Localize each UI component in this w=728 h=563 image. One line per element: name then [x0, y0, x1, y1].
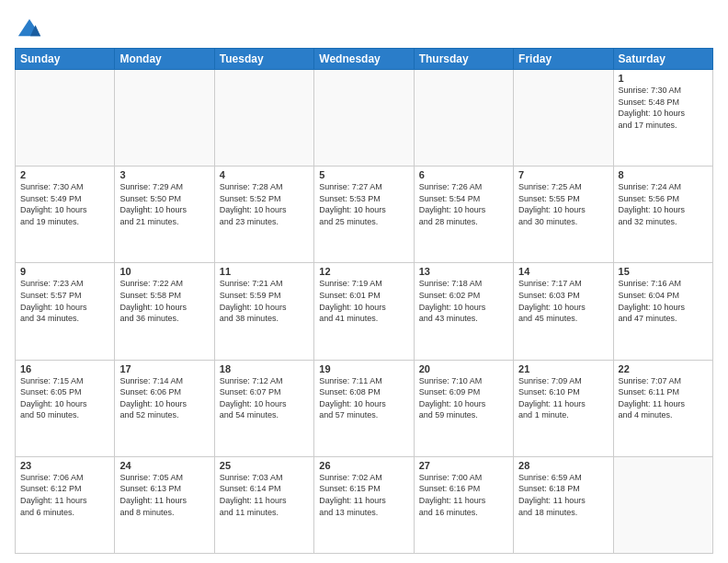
day-header-friday: Friday: [514, 49, 613, 70]
calendar-cell: 2Sunrise: 7:30 AM Sunset: 5:49 PM Daylig…: [16, 167, 115, 263]
day-number: 15: [619, 266, 708, 277]
day-info: Sunrise: 7:21 AM Sunset: 5:59 PM Dayligh…: [220, 278, 309, 324]
day-number: 19: [319, 363, 408, 374]
day-number: 18: [220, 363, 309, 374]
day-info: Sunrise: 7:14 AM Sunset: 6:06 PM Dayligh…: [119, 375, 209, 421]
calendar-cell: 5Sunrise: 7:27 AM Sunset: 5:53 PM Daylig…: [314, 167, 414, 263]
day-info: Sunrise: 7:00 AM Sunset: 6:16 PM Dayligh…: [419, 472, 508, 518]
day-info: Sunrise: 7:30 AM Sunset: 5:49 PM Dayligh…: [20, 181, 109, 227]
day-info: Sunrise: 7:26 AM Sunset: 5:54 PM Dayligh…: [419, 181, 508, 227]
calendar-cell: 17Sunrise: 7:14 AM Sunset: 6:06 PM Dayli…: [115, 360, 214, 456]
calendar-cell: 12Sunrise: 7:19 AM Sunset: 6:01 PM Dayli…: [314, 263, 414, 360]
calendar-cell: 24Sunrise: 7:05 AM Sunset: 6:13 PM Dayli…: [115, 456, 214, 553]
calendar-cell: [414, 70, 513, 167]
calendar-header-row: SundayMondayTuesdayWednesdayThursdayFrid…: [16, 49, 713, 70]
header: [15, 15, 713, 40]
calendar-cell: 22Sunrise: 7:07 AM Sunset: 6:11 PM Dayli…: [613, 360, 712, 456]
day-number: 24: [119, 460, 209, 471]
calendar-cell: 7Sunrise: 7:25 AM Sunset: 5:55 PM Daylig…: [514, 167, 613, 263]
day-info: Sunrise: 7:10 AM Sunset: 6:09 PM Dayligh…: [419, 375, 508, 421]
calendar-week-row: 2Sunrise: 7:30 AM Sunset: 5:49 PM Daylig…: [16, 167, 713, 263]
day-number: 25: [220, 460, 309, 471]
calendar-cell: 16Sunrise: 7:15 AM Sunset: 6:05 PM Dayli…: [16, 360, 115, 456]
calendar-cell: 4Sunrise: 7:28 AM Sunset: 5:52 PM Daylig…: [214, 167, 313, 263]
calendar-cell: 8Sunrise: 7:24 AM Sunset: 5:56 PM Daylig…: [613, 167, 712, 263]
day-number: 27: [419, 460, 508, 471]
calendar-cell: 13Sunrise: 7:18 AM Sunset: 6:02 PM Dayli…: [414, 263, 513, 360]
calendar-cell: [613, 456, 712, 553]
day-header-sunday: Sunday: [16, 49, 115, 70]
day-info: Sunrise: 7:22 AM Sunset: 5:58 PM Dayligh…: [119, 278, 209, 324]
day-number: 23: [20, 460, 109, 471]
calendar-cell: 19Sunrise: 7:11 AM Sunset: 6:08 PM Dayli…: [314, 360, 414, 456]
day-number: 3: [119, 169, 209, 180]
calendar-week-row: 23Sunrise: 7:06 AM Sunset: 6:12 PM Dayli…: [16, 456, 713, 553]
calendar-cell: 11Sunrise: 7:21 AM Sunset: 5:59 PM Dayli…: [214, 263, 313, 360]
day-number: 6: [419, 169, 508, 180]
day-info: Sunrise: 7:19 AM Sunset: 6:01 PM Dayligh…: [319, 278, 408, 324]
calendar-week-row: 16Sunrise: 7:15 AM Sunset: 6:05 PM Dayli…: [16, 360, 713, 456]
day-number: 28: [518, 460, 608, 471]
day-header-saturday: Saturday: [613, 49, 712, 70]
day-number: 9: [20, 266, 109, 277]
day-header-thursday: Thursday: [414, 49, 513, 70]
day-info: Sunrise: 7:05 AM Sunset: 6:13 PM Dayligh…: [119, 472, 209, 518]
day-number: 16: [20, 363, 109, 374]
calendar-cell: [16, 70, 115, 167]
day-info: Sunrise: 7:28 AM Sunset: 5:52 PM Dayligh…: [220, 181, 309, 227]
day-info: Sunrise: 7:11 AM Sunset: 6:08 PM Dayligh…: [319, 375, 408, 421]
calendar-cell: 23Sunrise: 7:06 AM Sunset: 6:12 PM Dayli…: [16, 456, 115, 553]
day-number: 20: [419, 363, 508, 374]
day-info: Sunrise: 7:30 AM Sunset: 5:48 PM Dayligh…: [619, 85, 708, 131]
calendar-cell: [214, 70, 313, 167]
calendar-cell: 9Sunrise: 7:23 AM Sunset: 5:57 PM Daylig…: [16, 263, 115, 360]
day-info: Sunrise: 7:23 AM Sunset: 5:57 PM Dayligh…: [20, 278, 109, 324]
logo-icon: [17, 15, 42, 40]
day-info: Sunrise: 7:12 AM Sunset: 6:07 PM Dayligh…: [220, 375, 309, 421]
calendar-cell: 28Sunrise: 6:59 AM Sunset: 6:18 PM Dayli…: [514, 456, 613, 553]
day-info: Sunrise: 7:18 AM Sunset: 6:02 PM Dayligh…: [419, 278, 508, 324]
day-info: Sunrise: 7:16 AM Sunset: 6:04 PM Dayligh…: [619, 278, 708, 324]
calendar-cell: 15Sunrise: 7:16 AM Sunset: 6:04 PM Dayli…: [613, 263, 712, 360]
calendar-cell: 14Sunrise: 7:17 AM Sunset: 6:03 PM Dayli…: [514, 263, 613, 360]
day-info: Sunrise: 7:07 AM Sunset: 6:11 PM Dayligh…: [619, 375, 708, 421]
day-info: Sunrise: 7:03 AM Sunset: 6:14 PM Dayligh…: [220, 472, 309, 518]
day-number: 22: [619, 363, 708, 374]
day-number: 26: [319, 460, 408, 471]
calendar-cell: 21Sunrise: 7:09 AM Sunset: 6:10 PM Dayli…: [514, 360, 613, 456]
day-info: Sunrise: 7:27 AM Sunset: 5:53 PM Dayligh…: [319, 181, 408, 227]
calendar-cell: 3Sunrise: 7:29 AM Sunset: 5:50 PM Daylig…: [115, 167, 214, 263]
calendar-week-row: 9Sunrise: 7:23 AM Sunset: 5:57 PM Daylig…: [16, 263, 713, 360]
day-header-tuesday: Tuesday: [214, 49, 313, 70]
day-info: Sunrise: 7:17 AM Sunset: 6:03 PM Dayligh…: [518, 278, 608, 324]
day-info: Sunrise: 7:29 AM Sunset: 5:50 PM Dayligh…: [119, 181, 209, 227]
page: SundayMondayTuesdayWednesdayThursdayFrid…: [0, 0, 728, 563]
calendar-cell: 18Sunrise: 7:12 AM Sunset: 6:07 PM Dayli…: [214, 360, 313, 456]
day-info: Sunrise: 6:59 AM Sunset: 6:18 PM Dayligh…: [518, 472, 608, 518]
calendar-cell: 10Sunrise: 7:22 AM Sunset: 5:58 PM Dayli…: [115, 263, 214, 360]
day-number: 1: [619, 73, 708, 84]
calendar-cell: [115, 70, 214, 167]
calendar-table: SundayMondayTuesdayWednesdayThursdayFrid…: [15, 48, 713, 554]
calendar-cell: 25Sunrise: 7:03 AM Sunset: 6:14 PM Dayli…: [214, 456, 313, 553]
day-info: Sunrise: 7:24 AM Sunset: 5:56 PM Dayligh…: [619, 181, 708, 227]
logo: [15, 15, 42, 40]
day-number: 7: [518, 169, 608, 180]
day-info: Sunrise: 7:09 AM Sunset: 6:10 PM Dayligh…: [518, 375, 608, 421]
calendar-cell: 1Sunrise: 7:30 AM Sunset: 5:48 PM Daylig…: [613, 70, 712, 167]
day-number: 5: [319, 169, 408, 180]
day-number: 11: [220, 266, 309, 277]
day-number: 2: [20, 169, 109, 180]
calendar-cell: 27Sunrise: 7:00 AM Sunset: 6:16 PM Dayli…: [414, 456, 513, 553]
calendar-cell: [514, 70, 613, 167]
calendar-cell: [314, 70, 414, 167]
day-number: 13: [419, 266, 508, 277]
calendar-cell: 20Sunrise: 7:10 AM Sunset: 6:09 PM Dayli…: [414, 360, 513, 456]
day-number: 17: [119, 363, 209, 374]
day-number: 4: [220, 169, 309, 180]
day-header-monday: Monday: [115, 49, 214, 70]
day-number: 21: [518, 363, 608, 374]
day-info: Sunrise: 7:06 AM Sunset: 6:12 PM Dayligh…: [20, 472, 109, 518]
day-info: Sunrise: 7:25 AM Sunset: 5:55 PM Dayligh…: [518, 181, 608, 227]
day-header-wednesday: Wednesday: [314, 49, 414, 70]
